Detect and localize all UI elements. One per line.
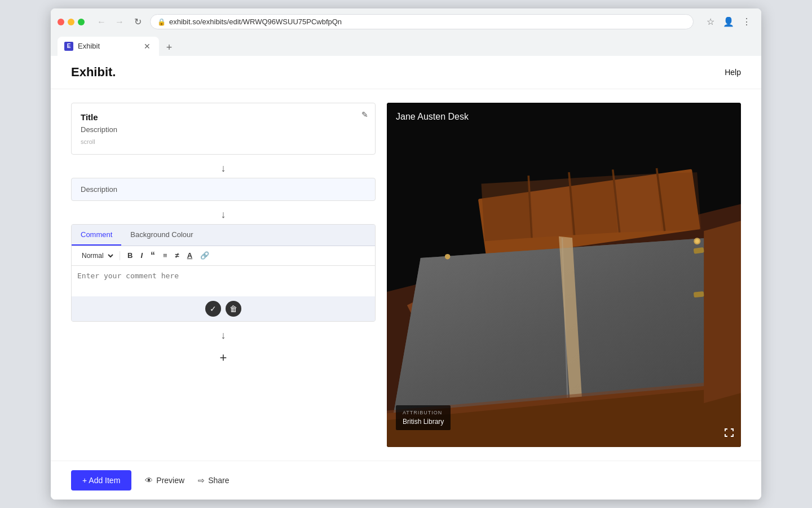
back-button[interactable]: ← [94, 14, 109, 30]
preview-icon: 👁 [145, 476, 153, 485]
attribution-title: ATTRIBUTION [403, 410, 444, 415]
bookmark-button[interactable]: ☆ [703, 14, 718, 30]
lock-icon: 🔒 [157, 18, 166, 26]
plus-section: + [71, 345, 376, 371]
description-card: Description [71, 178, 376, 201]
forward-button[interactable]: → [112, 14, 127, 30]
tab-close-button[interactable]: ✕ [142, 41, 152, 51]
text-color-button[interactable]: A [184, 250, 195, 261]
comment-tab-comment[interactable]: Comment [72, 225, 121, 246]
comment-actions: ✓ 🗑 [72, 296, 375, 321]
attribution-value: British Library [403, 418, 444, 426]
ordered-list-button[interactable]: ≠ [173, 250, 182, 261]
title-card: Title Description scroll ✎ [71, 103, 376, 155]
down-arrow-icon-2: ↓ [221, 209, 226, 221]
toolbar-divider [120, 251, 120, 260]
editor-toolbar: Normal B I “ ≡ ≠ A 🔗 [72, 246, 375, 266]
address-bar[interactable]: 🔒 exhibit.so/exhibits/edit/WRWQ96WSUU75P… [150, 14, 694, 29]
title-edit-button[interactable]: ✎ [361, 110, 368, 119]
arrow-divider-2: ↓ [71, 205, 376, 224]
window-buttons [58, 19, 85, 25]
url-text: exhibit.so/exhibits/edit/WRWQ96WSUU75PCw… [169, 17, 342, 26]
app-header: Exhibit. Help [51, 56, 761, 89]
svg-marker-11 [613, 174, 662, 233]
tab-favicon: E [64, 42, 73, 51]
title-card-heading: Title [81, 112, 366, 122]
browser-tab[interactable]: E Exhibit ✕ [58, 37, 159, 56]
svg-point-18 [695, 239, 699, 243]
share-icon: ⇨ [198, 476, 205, 485]
comment-editor-card: Comment Background Colour Normal B I “ [71, 224, 376, 322]
arrow-divider-1: ↓ [71, 159, 376, 178]
comment-editor: Normal B I “ ≡ ≠ A 🔗 [72, 246, 375, 296]
add-item-button[interactable]: + Add Item [71, 470, 131, 491]
maximize-window-button[interactable] [78, 19, 85, 25]
down-arrow-icon-3: ↓ [221, 330, 226, 341]
share-button[interactable]: ⇨ Share [198, 476, 229, 485]
bold-button[interactable]: B [125, 250, 135, 261]
close-window-button[interactable] [58, 19, 64, 25]
description-label: Description [81, 185, 117, 194]
help-link[interactable]: Help [725, 68, 741, 77]
page-content: Exhibit. Help Title Description scroll ✎… [51, 56, 761, 500]
left-panel: Title Description scroll ✎ ↓ Description… [71, 103, 387, 447]
italic-button[interactable]: I [138, 250, 145, 261]
confirm-button[interactable]: ✓ [205, 301, 221, 317]
browser-window: ← → ↻ 🔒 exhibit.so/exhibits/edit/WRWQ96W… [51, 8, 761, 500]
fullscreen-button[interactable] [724, 428, 734, 440]
comment-input[interactable] [72, 266, 375, 294]
browser-titlebar: ← → ↻ 🔒 exhibit.so/exhibits/edit/WRWQ96W… [51, 8, 761, 56]
quote-button[interactable]: “ [148, 249, 158, 262]
app-logo: Exhibit. [71, 65, 116, 80]
comment-tab-background[interactable]: Background Colour [121, 225, 202, 246]
add-block-button[interactable]: + [220, 351, 227, 365]
browser-actions: ☆ 👤 ⋮ [703, 14, 754, 30]
preview-label: Preview [156, 476, 184, 485]
bottom-toolbar: + Add Item 👁 Preview ⇨ Share [51, 461, 761, 500]
svg-rect-24 [694, 291, 704, 297]
svg-marker-22 [704, 221, 741, 403]
minimize-window-button[interactable] [68, 19, 74, 25]
down-arrow-icon: ↓ [221, 163, 226, 174]
desk-svg [387, 103, 741, 447]
browser-controls: ← → ↻ 🔒 exhibit.so/exhibits/edit/WRWQ96W… [58, 14, 754, 30]
svg-marker-10 [569, 176, 617, 235]
share-label: Share [208, 476, 229, 485]
menu-button[interactable]: ⋮ [739, 14, 754, 30]
arrow-divider-3: ↓ [71, 326, 376, 345]
svg-marker-8 [481, 181, 532, 241]
tab-title: Exhibit [78, 42, 100, 50]
attribution-box: ATTRIBUTION British Library [396, 405, 451, 430]
main-layout: Title Description scroll ✎ ↓ Description… [51, 89, 761, 461]
title-card-description: Description [81, 125, 366, 134]
new-tab-button[interactable]: + [161, 40, 177, 56]
address-bar-row: 🔒 exhibit.so/exhibits/edit/WRWQ96WSUU75P… [150, 14, 754, 30]
format-select[interactable]: Normal [77, 250, 115, 261]
svg-point-19 [445, 254, 451, 260]
tab-bar: E Exhibit ✕ + [58, 37, 754, 56]
title-card-scroll-hint: scroll [81, 138, 366, 145]
profile-button[interactable]: 👤 [721, 14, 736, 30]
exhibit-image-title: Jane Austen Desk [396, 112, 469, 122]
reload-button[interactable]: ↻ [130, 14, 145, 30]
link-button[interactable]: 🔗 [197, 250, 212, 261]
svg-marker-9 [528, 178, 572, 238]
delete-button[interactable]: 🗑 [226, 301, 241, 317]
comment-tabs: Comment Background Colour [72, 225, 375, 246]
svg-marker-12 [656, 172, 701, 231]
unordered-list-button[interactable]: ≡ [160, 250, 170, 261]
right-panel: Jane Austen Desk [387, 103, 741, 447]
desk-image [387, 103, 741, 447]
preview-button[interactable]: 👁 Preview [145, 476, 184, 485]
fullscreen-icon [724, 428, 734, 438]
nav-buttons: ← → ↻ [94, 14, 145, 30]
